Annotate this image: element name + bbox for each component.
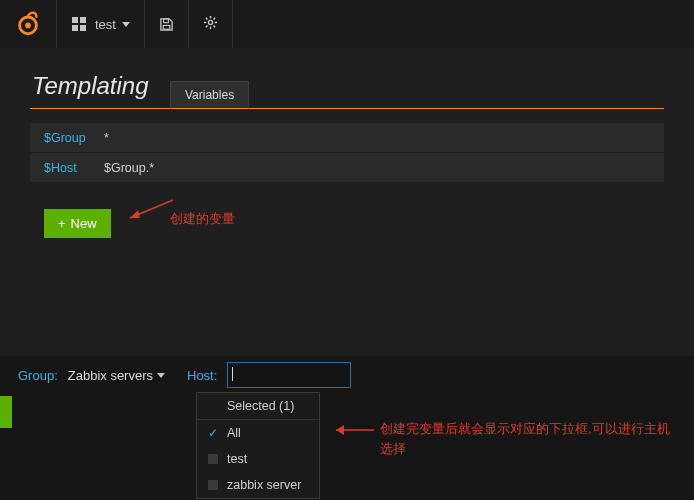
- variable-selectors: Group: Zabbix servers Host:: [0, 356, 694, 394]
- annotation-arrow-icon: [330, 422, 376, 438]
- svg-line-16: [213, 18, 215, 20]
- svg-rect-2: [72, 17, 78, 23]
- save-icon: [159, 17, 174, 32]
- group-label: Group:: [18, 368, 58, 383]
- tab-variables[interactable]: Variables: [170, 81, 249, 109]
- dropdown-item-all[interactable]: ✓ All: [197, 420, 319, 446]
- annotation-text: 创建完变量后就会显示对应的下拉框,可以进行主机选择: [380, 419, 680, 458]
- svg-line-14: [213, 26, 215, 28]
- check-icon: ✓: [207, 427, 219, 439]
- dropdown-item-label: test: [227, 452, 247, 466]
- variable-definition: *: [104, 131, 109, 145]
- variable-name: $Group: [44, 131, 104, 145]
- variable-definition: $Group.*: [104, 161, 154, 175]
- svg-marker-18: [130, 210, 140, 218]
- svg-rect-3: [80, 17, 86, 23]
- svg-rect-6: [164, 18, 169, 22]
- new-variable-button[interactable]: + New: [44, 209, 111, 238]
- page-header: Templating Variables: [30, 72, 664, 109]
- variable-name: $Host: [44, 161, 104, 175]
- svg-marker-20: [336, 425, 344, 435]
- save-button[interactable]: [145, 0, 189, 48]
- chevron-down-icon: [157, 373, 165, 378]
- dashboard-name: test: [95, 17, 116, 32]
- checkbox-icon: [207, 453, 219, 465]
- svg-point-1: [25, 23, 31, 29]
- host-label: Host:: [187, 368, 217, 383]
- svg-rect-7: [163, 25, 170, 29]
- host-input[interactable]: [227, 362, 351, 388]
- grafana-logo-button[interactable]: [0, 0, 57, 48]
- grid-icon: [71, 16, 87, 32]
- dropdown-item-test[interactable]: test: [197, 446, 319, 472]
- new-button-label: New: [71, 216, 97, 231]
- svg-rect-4: [72, 25, 78, 31]
- plus-icon: +: [58, 216, 66, 231]
- variables-table: $Group * $Host $Group.*: [30, 123, 664, 183]
- dropdown-item-label: zabbix server: [227, 478, 301, 492]
- settings-button[interactable]: [189, 0, 233, 48]
- grafana-logo-icon: [14, 10, 42, 38]
- host-dropdown: Selected (1) ✓ All test zabbix server: [196, 392, 320, 499]
- gear-icon: [203, 15, 218, 33]
- checkbox-icon: [207, 479, 219, 491]
- group-picker[interactable]: Zabbix servers: [68, 368, 165, 383]
- svg-point-8: [208, 20, 212, 24]
- dropdown-header: Selected (1): [197, 393, 319, 420]
- annotation-text: 创建的变量: [170, 210, 235, 228]
- dropdown-item-label: All: [227, 426, 241, 440]
- dropdown-item-zabbix-server[interactable]: zabbix server: [197, 472, 319, 498]
- page-title: Templating: [30, 72, 170, 108]
- chevron-down-icon: [122, 22, 130, 27]
- annotation-arrow-icon: [118, 196, 178, 226]
- dashboard-picker[interactable]: test: [57, 0, 145, 48]
- svg-line-15: [206, 26, 208, 28]
- svg-line-13: [206, 18, 208, 20]
- top-navbar: test: [0, 0, 694, 48]
- variable-row[interactable]: $Group *: [30, 123, 664, 153]
- variable-row[interactable]: $Host $Group.*: [30, 153, 664, 183]
- panel-edge: [0, 396, 12, 428]
- group-value: Zabbix servers: [68, 368, 153, 383]
- svg-rect-5: [80, 25, 86, 31]
- text-cursor: [232, 367, 233, 381]
